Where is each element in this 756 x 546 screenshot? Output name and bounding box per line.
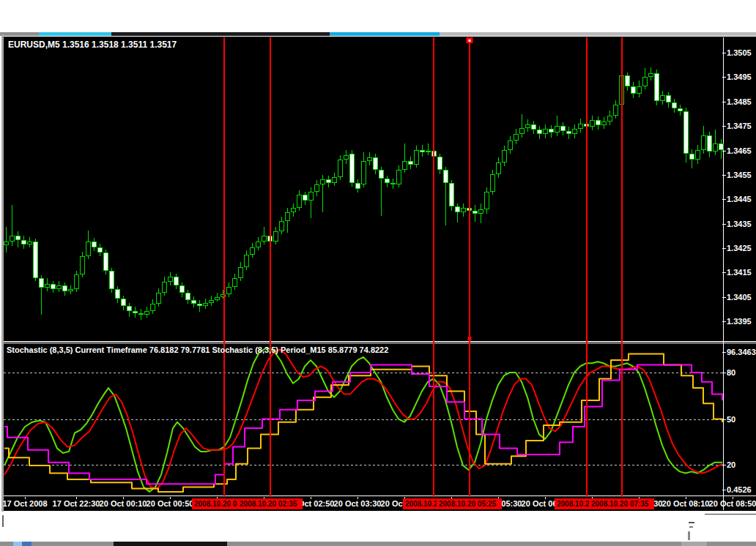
price-axis-label: 1.3455 [727,170,752,180]
screen-artifact-mark [689,522,694,523]
price-axis-tick [722,102,726,102]
price-axis-tick [722,77,726,78]
time-axis-label: 17 Oct 2008 [2,499,47,508]
price-axis-label: 1.3495 [727,72,752,82]
time-axis-label: 20 Oct 00:10 [100,499,147,508]
price-axis-tick [722,53,726,53]
axis-separator [4,495,756,496]
indicator-axis-label: 96.3463 [727,347,756,357]
price-axis-tick [722,126,726,127]
price-axis-label: 1.3475 [727,121,752,131]
screen-artifact-mark [688,531,690,540]
indicator-axis-tick [722,352,726,353]
indicator-axis-tick [722,373,726,373]
vline-time-label: 2008.10.20 07:35 [589,498,654,509]
screen-artifact-mark [2,515,4,527]
chart-title: EURUSD,M5 1.3516 1.3518 1.3511 1.3517 [8,40,177,50]
taskbar-segment [22,542,32,546]
price-axis-tick [722,272,726,273]
window-top-frame [0,32,756,36]
time-axis-label: 20 Oct 03:30 [334,499,382,508]
indicator-axis-label: 50 [727,414,735,425]
indicator-axis-tick [722,465,726,465]
indicator-axis-label: 80 [727,367,735,378]
time-axis-label: 20 Oct 00:50 [147,499,194,508]
price-axis-tick [722,175,726,176]
frame-segment [330,32,440,36]
price-axis-border [723,37,724,510]
price-axis-tick [722,224,726,225]
indicator-axis-tick [722,419,726,420]
vline-time-label: 2008.10.20 02:35 [237,498,303,509]
indicator-axis-label: 20 [727,460,735,470]
price-axis-tick [722,321,726,322]
frame-segment [0,32,39,36]
price-axis-label: 1.3465 [727,146,752,156]
time-axis-label: 20 Oct 08:50 [709,499,756,508]
taskbar-segment [13,542,22,546]
price-axis-label: 1.3415 [727,267,752,277]
price-axis-tick [722,297,726,298]
screen-artifact-mark [689,526,693,528]
price-axis-tick [722,248,726,249]
price-axis-label: 1.3395 [727,316,752,326]
taskbar-edge [0,542,756,546]
price-axis-label: 1.3425 [727,243,752,253]
metatrader-chart-window: EURUSD,M5 1.3516 1.3518 1.3511 1.3517 St… [0,0,756,546]
price-axis-label: 1.3405 [727,292,752,302]
time-axis-label: 17 Oct 22:30 [53,499,100,508]
price-axis-label: 1.3485 [727,97,752,107]
price-axis-tick [722,151,726,152]
vline-time-label: 2008.10.20 01 [192,498,240,509]
vline-time-label: 2008.10.20 05:25 [437,498,502,509]
price-axis-label: 1.3505 [727,48,752,58]
time-axis-label: 20 Oct 08:10 [662,499,710,508]
price-axis-label: 1.3445 [727,194,752,204]
frame-segment [111,32,330,36]
frame-segment [440,32,756,36]
price-axis-tick [722,199,726,200]
taskbar-segment [114,542,227,546]
price-axis-label: 1.3435 [727,219,752,229]
chart-background [4,37,756,511]
pane-splitter-groove[interactable] [4,342,756,344]
indicator-axis-label: 0.4526 [727,485,752,495]
indicator-title: Stochastic (8,3,5) Current Timeframe 76.… [7,345,388,354]
indicator-axis-tick [722,490,726,490]
frame-segment [39,32,111,36]
screen-artifact-line [705,514,756,515]
taskbar-segment [681,542,707,546]
